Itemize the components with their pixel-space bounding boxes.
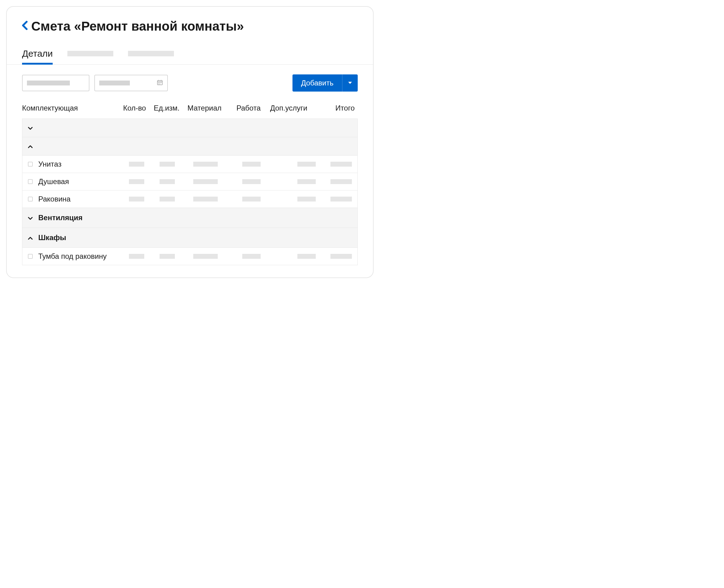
cell-qty [129,162,159,167]
group-row[interactable] [22,119,357,137]
value-placeholder [242,196,261,202]
value-placeholder [159,196,175,202]
cell-unit [159,254,193,259]
value-placeholder [159,254,175,259]
value-placeholder [129,196,144,202]
cell-extra [276,196,325,202]
svg-rect-6 [161,82,162,83]
cell-work [242,162,276,167]
cell-material [193,179,242,184]
col-qty: Кол-во [123,104,154,112]
group-label: Вентиляция [38,213,82,222]
table-row[interactable]: Душевая [22,173,357,190]
toolbar: Добавить [7,65,373,99]
input-placeholder [27,81,70,85]
chevron-down-icon [28,214,34,222]
value-placeholder [193,162,218,167]
cell-extra [276,254,325,259]
row-checkbox[interactable] [28,196,33,202]
add-button-group: Добавить [293,75,358,91]
cell-extra [276,162,325,167]
cell-qty [129,254,159,259]
value-placeholder [129,254,144,259]
value-placeholder [159,179,175,184]
row-checkbox[interactable] [28,162,33,167]
value-placeholder [193,179,218,184]
svg-rect-8 [159,84,160,84]
value-placeholder [331,162,352,167]
cell-total [325,162,357,167]
cell-extra [276,179,325,184]
date-placeholder [99,81,130,85]
cell-total [325,196,357,202]
row-label: Раковина [38,195,129,203]
value-placeholder [159,162,175,167]
row-checkbox[interactable] [28,179,33,184]
cell-material [193,254,242,259]
col-material: Материал [187,104,236,112]
tab-details[interactable]: Детали [22,48,53,64]
cell-unit [159,196,193,202]
cell-total [325,254,357,259]
row-label: Тумба под раковину [38,252,129,260]
cell-unit [159,179,193,184]
value-placeholder [242,254,261,259]
table-row[interactable]: Унитаз [22,155,357,173]
table-header: Комплектующая Кол-во Ед.изм. Материал Ра… [22,99,358,119]
chevron-up-icon [28,234,34,241]
group-row[interactable]: Вентиляция [22,208,357,228]
header: Смета «Ремонт ванной комнаты» [7,7,373,34]
value-placeholder [297,196,316,202]
row-label: Душевая [38,177,129,186]
cell-unit [159,162,193,167]
filter-input[interactable] [22,75,89,91]
calendar-icon [157,79,163,87]
value-placeholder [297,179,316,184]
add-dropdown-toggle[interactable] [342,75,358,91]
row-checkbox[interactable] [28,254,33,259]
table-row[interactable]: Раковина [22,190,357,208]
page-title: Смета «Ремонт ванной комнаты» [31,19,244,34]
cell-work [242,254,276,259]
estimate-panel: Смета «Ремонт ванной комнаты» Детали Доб… [6,6,374,278]
tab-placeholder[interactable] [67,51,113,56]
chevron-down-icon [28,124,34,131]
value-placeholder [193,196,218,202]
value-placeholder [331,196,352,202]
value-placeholder [193,254,218,259]
group-row[interactable]: Шкафы [22,228,357,248]
col-work: Работа [236,104,270,112]
cell-material [193,196,242,202]
cell-total [325,179,357,184]
group-row[interactable] [22,137,357,155]
caret-down-icon [348,82,352,85]
chevron-up-icon [28,143,34,150]
date-input[interactable] [94,75,168,91]
tabs: Детали [7,48,373,65]
value-placeholder [297,162,316,167]
table: Комплектующая Кол-во Ед.изм. Материал Ра… [7,99,373,277]
svg-rect-4 [158,82,159,83]
add-button[interactable]: Добавить [293,75,342,91]
value-placeholder [129,162,144,167]
col-extra: Доп.услуги [270,104,319,112]
col-total: Итого [319,104,358,112]
value-placeholder [331,179,352,184]
table-body: УнитазДушеваяРаковинаВентиляцияШкафыТумб… [22,119,358,265]
cell-qty [129,179,159,184]
cell-work [242,196,276,202]
tab-placeholder[interactable] [128,51,174,56]
cell-qty [129,196,159,202]
table-row[interactable]: Тумба под раковину [22,248,357,265]
value-placeholder [242,179,261,184]
value-placeholder [242,162,261,167]
value-placeholder [297,254,316,259]
svg-rect-5 [159,82,160,83]
col-component: Комплектующая [22,104,123,112]
value-placeholder [129,179,144,184]
cell-material [193,162,242,167]
svg-rect-7 [158,84,159,84]
value-placeholder [331,254,352,259]
back-chevron-icon[interactable] [22,20,27,33]
col-unit: Ед.изм. [154,104,187,112]
